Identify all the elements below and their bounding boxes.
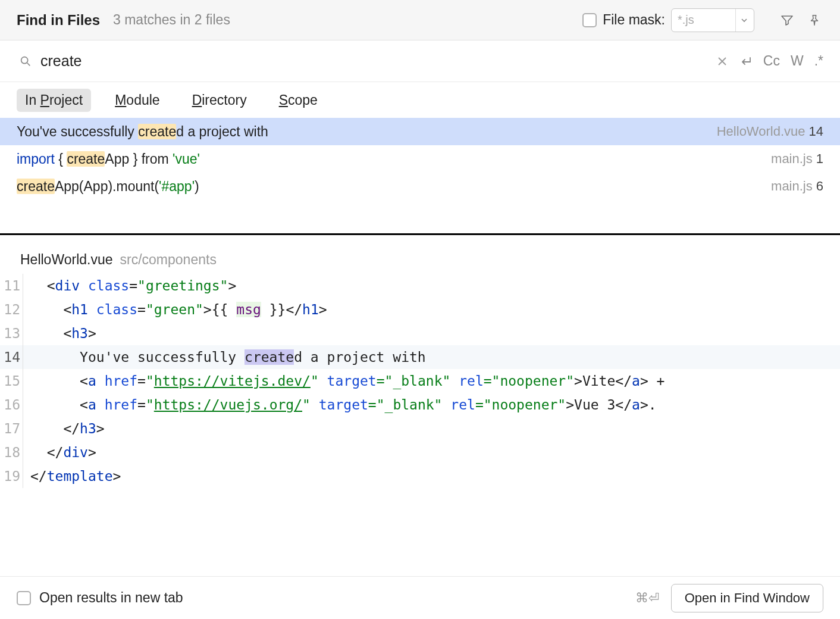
search-icon[interactable] <box>17 52 35 70</box>
result-row[interactable]: import { createApp } from 'vue' main.js1 <box>0 145 840 173</box>
editor-line: 16 <a href="https://vuejs.org/" target="… <box>0 393 840 417</box>
editor-line: 14 You've successfully created a project… <box>0 345 840 369</box>
line-number: 12 <box>0 298 23 321</box>
open-new-tab-checkbox[interactable] <box>17 591 31 605</box>
file-mask-checkbox[interactable] <box>582 13 597 27</box>
footer: Open results in new tab ⌘⏎ Open in Find … <box>0 576 840 619</box>
search-input[interactable] <box>35 50 706 72</box>
preview-header: HelloWorld.vue src/components <box>0 235 840 271</box>
result-file: main.js1 <box>771 151 823 167</box>
svg-point-0 <box>21 57 28 63</box>
line-number: 17 <box>0 417 23 440</box>
preview-file-path: src/components <box>120 252 217 268</box>
tab-scope[interactable]: Scope <box>271 89 326 112</box>
result-file: main.js6 <box>771 179 823 194</box>
line-number: 11 <box>0 274 23 298</box>
scope-tabs: In Project Module Directory Scope <box>0 82 840 118</box>
clear-icon[interactable] <box>717 56 728 67</box>
chevron-down-icon[interactable] <box>735 9 748 32</box>
pin-icon[interactable] <box>805 11 823 29</box>
result-file: HelloWorld.vue14 <box>717 124 823 139</box>
line-number: 13 <box>0 321 23 345</box>
preview-editor[interactable]: 11 <div class="greetings"> 12 <h1 class=… <box>0 271 840 488</box>
editor-line: 12 <h1 class="green">{{ msg }}</h1> <box>0 298 840 321</box>
case-sensitive-toggle[interactable]: Cc <box>763 53 780 69</box>
matches-count: 3 matches in 2 files <box>113 12 230 28</box>
svg-line-1 <box>27 62 30 65</box>
editor-line: 11 <div class="greetings"> <box>0 274 840 298</box>
open-find-window-button[interactable]: Open in Find Window <box>671 584 823 612</box>
line-number: 14 <box>0 345 23 369</box>
dialog-title: Find in Files <box>17 12 100 29</box>
regex-toggle[interactable]: .* <box>814 53 823 69</box>
result-text: import { createApp } from 'vue' <box>17 151 761 167</box>
shortcut-hint: ⌘⏎ <box>635 590 659 606</box>
line-number: 18 <box>0 440 23 464</box>
file-mask-label: File mask: <box>603 12 665 28</box>
editor-line: 13 <h3> <box>0 321 840 345</box>
result-row[interactable]: You've successfully created a project wi… <box>0 118 840 145</box>
line-number: 15 <box>0 369 23 393</box>
file-mask-combo[interactable]: *.js <box>671 8 754 32</box>
header: Find in Files 3 matches in 2 files File … <box>0 0 840 40</box>
editor-line: 19 </template> <box>0 464 840 488</box>
result-text: createApp(App).mount('#app') <box>17 179 761 195</box>
editor-line: 17 </h3> <box>0 417 840 440</box>
file-mask-placeholder: *.js <box>678 13 735 27</box>
line-number: 16 <box>0 393 23 417</box>
whole-words-toggle[interactable]: W <box>791 53 804 69</box>
editor-line: 15 <a href="https://vitejs.dev/" target=… <box>0 369 840 393</box>
result-row[interactable]: createApp(App).mount('#app') main.js6 <box>0 173 840 200</box>
tab-module[interactable]: Module <box>106 89 168 112</box>
tab-directory[interactable]: Directory <box>184 89 255 112</box>
newline-icon[interactable] <box>738 55 753 67</box>
results-list: You've successfully created a project wi… <box>0 118 840 200</box>
line-number: 19 <box>0 464 23 488</box>
open-new-tab-label: Open results in new tab <box>39 590 183 606</box>
editor-line: 18 </div> <box>0 440 840 464</box>
preview-file-name: HelloWorld.vue <box>20 252 113 268</box>
search-row: Cc W .* <box>0 40 840 82</box>
filter-icon[interactable] <box>778 11 796 29</box>
tab-in-project[interactable]: In Project <box>17 89 91 112</box>
result-text: You've successfully created a project wi… <box>17 124 707 140</box>
